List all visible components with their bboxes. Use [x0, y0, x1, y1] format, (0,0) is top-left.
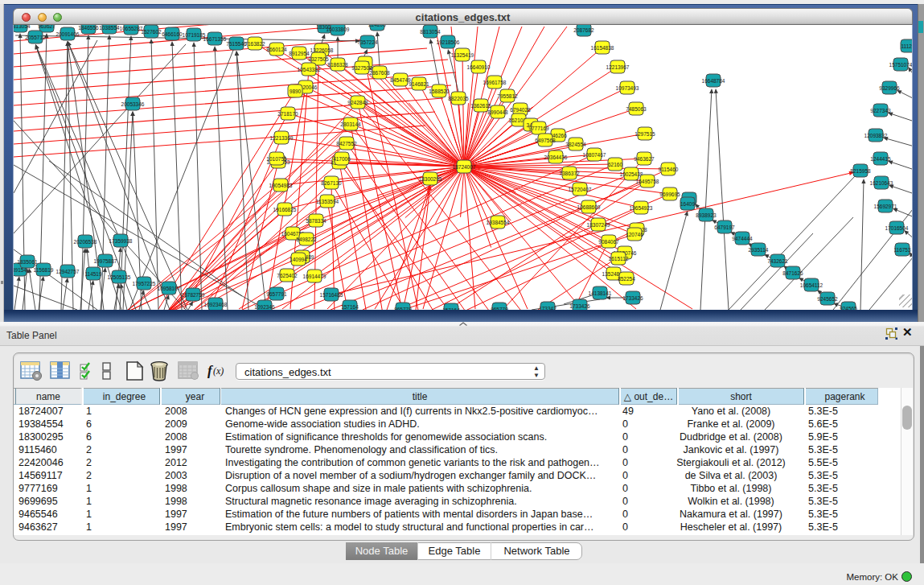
svg-text:10688609: 10688609: [577, 204, 601, 210]
svg-text:16033809: 16033809: [326, 27, 350, 32]
svg-text:12213369: 12213369: [270, 135, 294, 141]
svg-text:7515546: 7515546: [226, 41, 247, 47]
svg-text:417006: 417006: [333, 156, 351, 162]
svg-text:11353594: 11353594: [316, 199, 339, 204]
svg-text:18300295: 18300295: [419, 176, 442, 182]
svg-text:16914479: 16914479: [303, 274, 326, 279]
svg-text:10543382: 10543382: [298, 67, 321, 72]
svg-text:9890: 9890: [290, 89, 302, 94]
svg-text:8427552: 8427552: [336, 141, 357, 146]
svg-text:1733426: 1733426: [622, 295, 643, 301]
svg-text:9777169: 9777169: [528, 126, 549, 131]
svg-text:17016504: 17016504: [885, 225, 909, 231]
svg-text:20053346: 20053346: [121, 101, 145, 107]
svg-text:173342: 173342: [539, 306, 556, 311]
svg-text:8186328: 8186328: [327, 62, 348, 68]
svg-text:9227343: 9227343: [870, 108, 891, 113]
svg-text:1244415: 1244415: [870, 156, 891, 162]
svg-text:9327505: 9327505: [308, 56, 329, 62]
svg-text:12505135: 12505135: [108, 274, 131, 280]
svg-text:1846556: 1846556: [78, 25, 99, 31]
svg-text:1588520: 1588520: [429, 89, 450, 94]
svg-text:18724007: 18724007: [453, 164, 476, 170]
svg-text:9245652: 9245652: [817, 296, 838, 302]
svg-text:14138141: 14138141: [589, 290, 612, 296]
svg-text:8660124: 8660124: [266, 47, 287, 52]
svg-text:19166825: 19166825: [273, 207, 297, 212]
svg-text:1527602: 1527602: [141, 29, 162, 35]
svg-text:157164: 157164: [442, 307, 460, 311]
svg-text:11123: 11123: [901, 43, 913, 49]
svg-text:10958107: 10958107: [158, 286, 181, 291]
svg-text:9463627: 9463627: [634, 156, 655, 162]
svg-text:8813054: 8813054: [420, 29, 441, 35]
svg-text:157164: 157164: [341, 304, 359, 310]
svg-text:8813054: 8813054: [14, 25, 31, 29]
svg-text:8454749: 8454749: [390, 77, 411, 83]
svg-text:16671355: 16671355: [203, 36, 227, 42]
svg-text:20091406: 20091406: [56, 31, 80, 37]
svg-text:9146821: 9146821: [409, 81, 429, 87]
svg-text:5498222: 5498222: [296, 237, 317, 242]
svg-text:6794028: 6794028: [510, 107, 531, 113]
svg-text:852254: 852254: [618, 276, 635, 282]
svg-text:16154838: 16154838: [591, 45, 614, 51]
svg-text:19218506: 19218506: [437, 39, 460, 45]
svg-text:2803144: 2803144: [340, 122, 361, 127]
svg-text:7432621: 7432621: [767, 258, 788, 264]
svg-text:20364436: 20364436: [544, 154, 568, 160]
svg-text:13226058: 13226058: [310, 47, 334, 53]
svg-text:8267130: 8267130: [321, 180, 342, 186]
svg-text:19975887: 19975887: [94, 258, 117, 264]
svg-text:16495758: 16495758: [636, 179, 659, 184]
svg-text:965779: 965779: [394, 307, 412, 311]
svg-text:2718170: 2718170: [277, 111, 298, 117]
svg-text:10807467: 10807467: [583, 152, 606, 158]
svg-text:16210643: 16210643: [870, 180, 893, 186]
svg-text:7386372: 7386372: [559, 171, 580, 176]
svg-text:9657791: 9657791: [266, 291, 287, 297]
svg-text:15751074: 15751074: [889, 62, 913, 68]
svg-text:10025438: 10025438: [620, 171, 643, 177]
svg-text:8912954: 8912954: [289, 51, 310, 56]
svg-text:9474444: 9474444: [732, 236, 753, 241]
svg-text:7955812: 7955812: [497, 93, 518, 99]
svg-text:16961758: 16961758: [483, 80, 507, 85]
svg-text:8822035: 8822035: [448, 96, 469, 101]
svg-text:6497568: 6497568: [535, 138, 556, 143]
svg-text:19054983: 19054983: [269, 183, 293, 188]
svg-text:224200: 224200: [368, 25, 386, 27]
svg-text:924565: 924565: [840, 306, 857, 311]
svg-text:2867608: 2867608: [369, 70, 390, 76]
svg-text:15716485: 15716485: [320, 292, 343, 298]
svg-text:9084067: 9084067: [598, 239, 619, 245]
svg-text:9329966: 9329966: [879, 85, 900, 91]
svg-text:965779: 965779: [491, 307, 508, 311]
svg-text:16648784: 16648784: [702, 78, 725, 84]
svg-text:7163822: 7163822: [244, 41, 265, 47]
svg-text:19384554: 19384554: [487, 220, 510, 225]
svg-text:10973493: 10973493: [616, 85, 639, 91]
svg-text:120746: 120746: [626, 232, 643, 237]
svg-text:140994: 140994: [290, 257, 307, 262]
svg-text:6479197: 6479197: [714, 225, 735, 230]
svg-text:15692971: 15692971: [874, 204, 897, 209]
svg-text:11325419: 11325419: [451, 52, 474, 58]
svg-text:(x): (x): [213, 365, 224, 377]
svg-text:9242848: 9242848: [347, 100, 368, 105]
svg-text:8471626: 8471626: [782, 270, 803, 276]
svg-text:2087682: 2087682: [573, 27, 594, 33]
svg-text:7357224: 7357224: [357, 39, 378, 45]
svg-text:8215958: 8215958: [850, 168, 871, 174]
svg-text:16782759: 16782759: [182, 292, 205, 298]
svg-text:15720407: 15720407: [569, 187, 592, 192]
svg-text:10923468: 10923468: [204, 302, 228, 307]
svg-text:16409: 16409: [680, 201, 695, 207]
svg-text:17359938: 17359938: [109, 238, 133, 244]
svg-text:10719185: 10719185: [183, 32, 206, 38]
svg-text:7625402: 7625402: [277, 273, 298, 278]
svg-text:1835061: 1835061: [17, 259, 38, 265]
svg-text:1297515: 1297515: [634, 131, 655, 137]
svg-text:20206538: 20206538: [74, 239, 97, 245]
svg-text:12213967: 12213967: [606, 64, 630, 70]
